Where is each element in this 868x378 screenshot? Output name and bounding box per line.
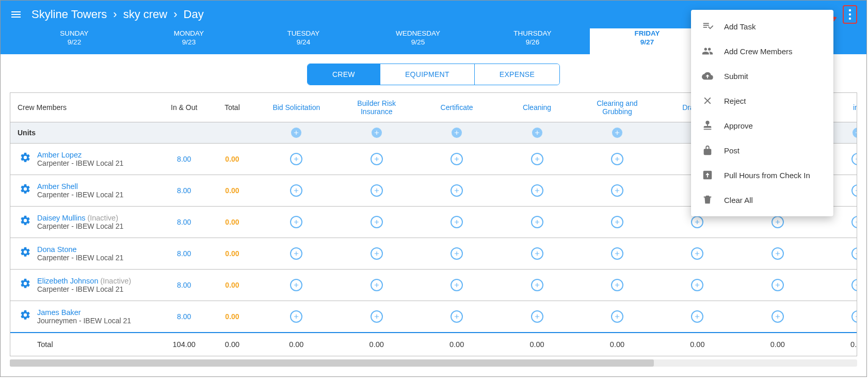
add-hours-button[interactable] [771,247,784,260]
in-out-value[interactable]: 8.00 [160,238,208,270]
add-hours-button[interactable] [611,279,623,291]
menu-item-pull-hours[interactable]: Pull Hours from Check In [691,163,833,187]
menu-item-reject[interactable]: Reject [691,88,833,113]
add-hours-button[interactable] [290,247,302,260]
add-hours-button[interactable] [851,247,857,260]
add-unit-button[interactable] [372,128,382,138]
breadcrumb-project[interactable]: Skyline Towers [31,8,107,21]
add-unit-button[interactable] [612,128,622,138]
add-hours-button[interactable] [531,247,543,260]
add-hours-button[interactable] [771,310,784,323]
day-of-week: MONDAY [132,29,246,38]
menu-item-add-task[interactable]: Add Task [691,14,833,39]
add-hours-button[interactable] [851,153,857,165]
add-hours-button[interactable] [531,216,543,228]
menu-item-approve[interactable]: Approve [691,113,833,138]
day-tab[interactable]: SUNDAY9/22 [17,28,132,54]
menu-item-post[interactable]: Post [691,138,833,163]
add-hours-button[interactable] [451,216,463,228]
add-hours-button[interactable] [451,153,463,165]
add-hours-button[interactable] [611,310,623,323]
add-hours-button[interactable] [851,310,857,323]
day-tab[interactable]: MONDAY9/23 [132,28,246,54]
menu-item-submit[interactable]: Submit [691,64,833,88]
add-hours-button[interactable] [290,184,302,197]
add-hours-button[interactable] [691,279,703,291]
day-tab[interactable]: THURSDAY9/26 [475,28,590,54]
task-column-header[interactable]: Clearing and Grubbing [577,93,657,122]
row-settings-button[interactable] [20,215,31,226]
add-hours-button[interactable] [691,247,703,260]
playlist-check-icon [701,20,714,33]
add-hours-button[interactable] [290,279,302,291]
tab-expense[interactable]: EXPENSE [474,64,559,85]
day-tab[interactable]: WEDNESDAY9/25 [361,28,475,54]
in-out-value[interactable]: 8.00 [160,207,208,238]
add-hours-button[interactable] [371,153,383,165]
row-settings-button[interactable] [20,278,31,289]
task-column-header[interactable]: Builder Risk Insurance [336,93,416,122]
add-hours-button[interactable] [371,310,383,323]
add-hours-button[interactable] [691,310,703,323]
add-hours-button[interactable] [611,247,623,260]
add-hours-button[interactable] [371,216,383,228]
add-hours-button[interactable] [290,310,302,323]
add-hours-button[interactable] [611,184,623,197]
add-unit-button[interactable] [291,128,301,138]
horizontal-scrollbar[interactable] [10,359,857,367]
row-settings-button[interactable] [20,246,31,258]
in-out-value[interactable]: 8.00 [160,175,208,207]
day-tab[interactable]: TUESDAY9/24 [246,28,361,54]
task-column-header[interactable]: Bid Solicitation [256,93,336,122]
add-hours-button[interactable] [451,279,463,291]
more-actions-button[interactable] [843,5,857,24]
add-hours-button[interactable] [851,216,857,228]
crew-member-name[interactable]: Daisey Mullins [37,214,85,222]
in-out-value[interactable]: 8.00 [160,301,208,333]
add-hours-button[interactable] [531,279,543,291]
add-unit-button[interactable] [452,128,462,138]
in-out-value[interactable]: 8.00 [160,144,208,175]
add-hours-button[interactable] [851,184,857,197]
add-hours-button[interactable] [371,279,383,291]
breadcrumb-crew[interactable]: sky crew [123,8,168,21]
add-hours-button[interactable] [531,184,543,197]
task-column-header[interactable]: Cleaning [497,93,577,122]
menu-item-add-crew[interactable]: Add Crew Members [691,39,833,64]
add-hours-button[interactable] [691,216,703,228]
add-hours-button[interactable] [290,216,302,228]
hamburger-menu-button[interactable] [10,8,22,21]
add-hours-button[interactable] [771,279,784,291]
tab-equipment[interactable]: EQUIPMENT [380,64,474,85]
add-hours-button[interactable] [371,247,383,260]
menu-item-clear-all[interactable]: Clear All [691,187,833,212]
scrollbar-thumb[interactable] [10,359,654,367]
add-unit-button[interactable] [853,128,857,138]
add-hours-button[interactable] [371,184,383,197]
add-hours-button[interactable] [290,153,302,165]
day-tab[interactable]: FRIDAY9/27 [590,28,704,54]
row-settings-button[interactable] [20,309,31,321]
crew-member-name[interactable]: Amber Shell [37,182,78,191]
add-hours-button[interactable] [451,247,463,260]
breadcrumb-shift[interactable]: Day [184,8,204,21]
crew-member-name[interactable]: Amber Lopez [37,151,82,159]
add-hours-button[interactable] [531,153,543,165]
row-settings-button[interactable] [20,152,31,163]
add-hours-button[interactable] [851,279,857,291]
task-column-header[interactable]: Certificate [416,93,496,122]
add-hours-button[interactable] [451,184,463,197]
row-settings-button[interactable] [20,183,31,195]
crew-member-name[interactable]: Elizebeth Johnson [37,277,99,285]
add-hours-button[interactable] [611,216,623,228]
add-hours-button[interactable] [611,153,623,165]
crew-member-name[interactable]: Dona Stone [37,245,77,254]
plus-circle-icon [373,281,380,289]
add-unit-button[interactable] [532,128,542,138]
in-out-value[interactable]: 8.00 [160,270,208,301]
add-hours-button[interactable] [771,216,784,228]
add-hours-button[interactable] [451,310,463,323]
crew-member-name[interactable]: James Baker [37,308,81,317]
add-hours-button[interactable] [531,310,543,323]
tab-crew[interactable]: CREW [308,64,380,85]
